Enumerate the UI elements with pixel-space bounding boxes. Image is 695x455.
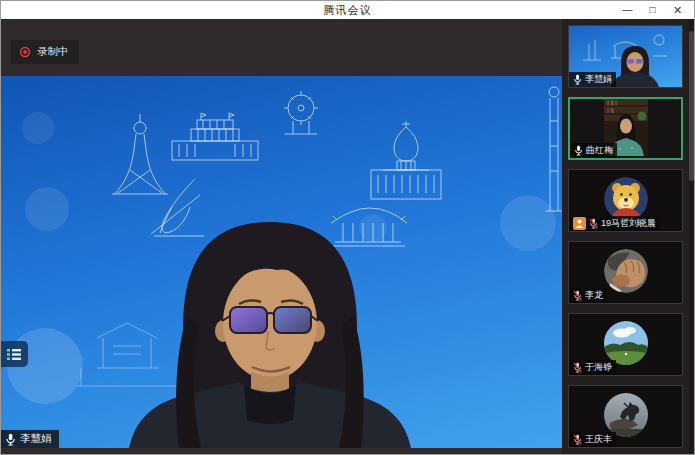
- title-bar: 腾讯会议 — □ ✕: [1, 1, 694, 19]
- maximize-button[interactable]: □: [640, 1, 665, 19]
- participant-name: 王庆丰: [585, 433, 612, 446]
- participant-label: 李龙: [569, 288, 607, 303]
- recording-indicator[interactable]: 录制中: [11, 40, 79, 64]
- participant-label: 于海铮: [569, 360, 616, 375]
- list-panel-icon: [7, 348, 22, 361]
- window-controls: — □ ✕: [615, 1, 690, 19]
- scrollbar-thumb[interactable]: [689, 31, 694, 181]
- mic-on-icon: [574, 145, 583, 156]
- meeting-app-area: 录制中: [1, 19, 694, 454]
- participant-name: 李龙: [585, 289, 603, 302]
- participant-label: 李慧娟: [569, 72, 616, 87]
- participant-tile-quhongmei[interactable]: 曲红梅: [568, 97, 683, 160]
- virtual-background-scene: [1, 76, 564, 448]
- speaker-name-badge: 李慧娟: [1, 430, 59, 448]
- speaker-figure: [129, 222, 411, 448]
- mic-on-icon: [573, 74, 582, 85]
- record-dot-icon: [19, 46, 31, 58]
- equestrian-statue-avatar: [604, 393, 648, 437]
- mic-muted-icon: [573, 290, 582, 301]
- hand-raised-badge-icon: [573, 217, 586, 230]
- participant-label: 19马哲刘晓晨: [569, 216, 660, 231]
- participant-name: 19马哲刘晓晨: [601, 217, 656, 230]
- participant-tile-wangqingfeng[interactable]: 王庆丰: [568, 385, 683, 448]
- participant-tile-yuhaizheng[interactable]: 于海铮: [568, 313, 683, 376]
- mic-muted-icon: [573, 434, 582, 445]
- close-button[interactable]: ✕: [665, 1, 690, 19]
- participant-tile-lihuijuan[interactable]: 李慧娟: [568, 25, 683, 88]
- pooh-bear-avatar: [604, 177, 648, 221]
- participant-label: 王庆丰: [569, 432, 616, 447]
- mic-muted-icon: [589, 218, 598, 229]
- participant-label: 曲红梅: [570, 143, 617, 158]
- list-panel-toggle[interactable]: [1, 341, 28, 367]
- main-speaker-video: 李慧娟: [1, 76, 564, 448]
- participants-scrollbar[interactable]: [689, 19, 694, 454]
- clasped-hands-avatar: [604, 249, 648, 293]
- participant-name: 李慧娟: [585, 73, 612, 86]
- participant-tile-lilong[interactable]: 李龙: [568, 241, 683, 304]
- participant-name: 于海铮: [585, 361, 612, 374]
- meeting-window: 腾讯会议 — □ ✕ 录制中: [0, 0, 695, 455]
- participants-panel: 李慧娟: [562, 19, 694, 454]
- mic-muted-icon: [573, 362, 582, 373]
- minimize-button[interactable]: —: [615, 1, 640, 19]
- window-title: 腾讯会议: [324, 3, 372, 18]
- mic-on-icon: [5, 433, 16, 446]
- recording-label: 录制中: [37, 45, 69, 59]
- speaker-name: 李慧娟: [20, 432, 52, 446]
- landscape-avatar: [604, 321, 648, 365]
- participant-name: 曲红梅: [586, 144, 613, 157]
- participant-tile-liuxiaochen[interactable]: 19马哲刘晓晨: [568, 169, 683, 232]
